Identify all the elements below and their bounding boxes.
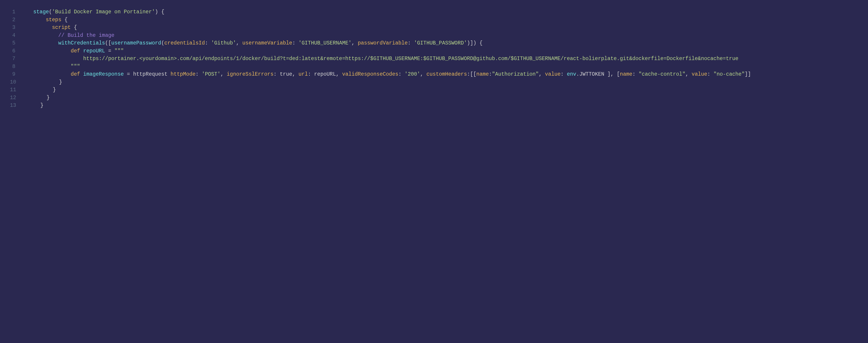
line-number: 5 (10, 39, 21, 47)
token: httpRequest (133, 71, 167, 77)
token: ( (49, 9, 52, 15)
token (21, 40, 58, 46)
token (80, 48, 83, 54)
token: , (292, 71, 299, 77)
code-line: 10 } (10, 78, 858, 86)
token: : (398, 71, 405, 77)
line-content: } (22, 102, 858, 109)
token: usernamePassword (111, 40, 161, 46)
line-number: 3 (10, 24, 21, 32)
code-line: 11 } (10, 86, 858, 94)
token: : (308, 71, 314, 77)
code-lines: 1 stage('Build Docker Image on Portainer… (10, 8, 858, 109)
token (21, 17, 46, 23)
token: stage (33, 9, 49, 15)
token (167, 71, 170, 77)
token: : (274, 71, 280, 77)
token: , (420, 71, 427, 77)
token: :[[ (467, 71, 476, 77)
line-number: 12 (10, 94, 22, 102)
line-number: 11 (10, 86, 22, 94)
token: 'Github' (211, 40, 236, 46)
token: ]] (745, 71, 751, 77)
token: true (280, 71, 292, 77)
token: ignoreSslErrors (227, 71, 274, 77)
token: value (692, 71, 707, 77)
token: httpMode (170, 71, 195, 77)
line-content: def imageResponse = httpRequest httpMode… (21, 70, 858, 78)
token: withCredentials (58, 40, 105, 46)
token: JWTTOKEN (579, 71, 604, 77)
line-number: 10 (10, 78, 22, 86)
code-line: 7 https://portainer.<yourdomain>.com/api… (10, 55, 858, 63)
line-number: 13 (10, 102, 22, 109)
line-content: def repoURL = """ (21, 47, 858, 55)
line-number: 7 (10, 55, 21, 63)
line-content: } (22, 94, 858, 102)
token: env (567, 71, 576, 77)
line-number: 8 (10, 63, 21, 71)
line-number: 2 (10, 16, 21, 24)
token: credentialsId (164, 40, 205, 46)
code-line: 2 steps { (10, 16, 858, 24)
code-line: 8 """ (10, 63, 858, 71)
token: repoURL (83, 48, 105, 54)
token: name (620, 71, 632, 77)
token (21, 71, 71, 77)
line-content: steps { (21, 16, 858, 24)
token: imageResponse (83, 71, 124, 77)
line-content: """ (21, 63, 858, 71)
token: "Authorization" (492, 71, 539, 77)
token (21, 48, 71, 54)
token: 'GITHUB_USERNAME' (298, 40, 351, 46)
token: : (292, 40, 299, 46)
code-line: 3 script { (10, 24, 858, 32)
token: = (124, 71, 133, 77)
token (21, 64, 71, 70)
token: : (205, 40, 211, 46)
token: passwordVariable (358, 40, 408, 46)
line-content: withCredentials([usernamePassword(creden… (21, 39, 858, 47)
token: repoURL (314, 71, 336, 77)
line-number: 4 (10, 32, 21, 39)
token: 'Build Docker Image on Portainer' (52, 9, 155, 15)
token: def (71, 71, 80, 77)
line-number: 1 (10, 8, 21, 16)
token: """ (71, 64, 80, 70)
line-content: https://portainer.<yourdomain>.com/api/e… (21, 55, 858, 63)
token: : (489, 71, 492, 77)
token: """ (114, 48, 124, 54)
line-content: stage('Build Docker Image on Portainer')… (21, 8, 858, 16)
code-line: 1 stage('Build Docker Image on Portainer… (10, 8, 858, 16)
token: , (236, 40, 242, 46)
token (80, 71, 83, 77)
line-content: } (22, 78, 858, 86)
line-content: script { (21, 24, 858, 32)
line-content: } (22, 86, 858, 94)
token: "cache-control" (639, 71, 685, 77)
code-line: 9 def imageResponse = httpRequest httpMo… (10, 70, 858, 78)
token: ( (161, 40, 164, 46)
token (21, 9, 33, 15)
token: : (707, 71, 714, 77)
token: : (408, 40, 414, 46)
token: validResponseCodes (342, 71, 398, 77)
token: name (476, 71, 489, 77)
token: ([ (105, 40, 112, 46)
token (21, 33, 58, 38)
code-line: 12 } (10, 94, 858, 102)
code-line: 6 def repoURL = """ (10, 47, 858, 55)
token (21, 25, 52, 31)
line-content: // Build the image (21, 32, 858, 39)
token: 'GITHUB_PASSWORD' (414, 40, 467, 46)
token: { (71, 25, 77, 31)
token: steps (46, 17, 61, 23)
token: )]) { (467, 40, 483, 46)
code-block: 1 stage('Build Docker Image on Portainer… (4, 4, 864, 113)
token: , (351, 40, 358, 46)
token: , (685, 71, 692, 77)
token: { (61, 17, 68, 23)
token: ) { (155, 9, 164, 15)
token: def (71, 48, 80, 54)
token: } (22, 87, 56, 93)
